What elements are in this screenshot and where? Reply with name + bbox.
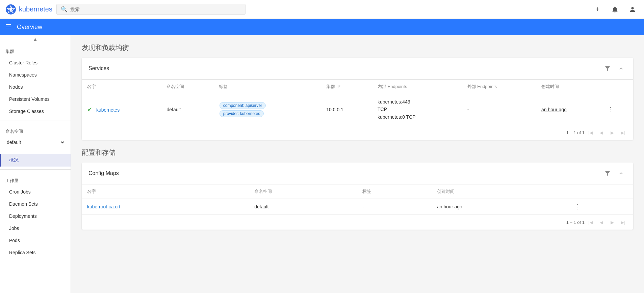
- topbar: kubernetes 🔍 +: [0, 0, 644, 19]
- configmaps-page-info: 1 – 1 of 1: [566, 220, 585, 225]
- config-section-title: 配置和存储: [82, 148, 633, 157]
- namespace-select[interactable]: default kube-system kube-public: [5, 139, 65, 145]
- services-card: Services 名字 命名空间 标签 集群 IP: [82, 58, 633, 140]
- service-name-link[interactable]: kubernetes: [96, 107, 120, 113]
- configmaps-pagination: 1 – 1 of 1 |◀ ◀ ▶ ▶|: [82, 214, 633, 230]
- sidebar-item-daemon-sets[interactable]: Daemon Sets: [0, 198, 71, 210]
- services-table: 名字 命名空间 标签 集群 IP 内部 Endpoints 外部 Endpoin…: [82, 80, 633, 125]
- tag-1: component: apiserver: [220, 102, 266, 109]
- services-card-actions: [602, 63, 626, 74]
- service-internal-endpoints: kubernetes:443TCPkubernetes:0 TCP: [372, 94, 462, 125]
- table-row: ✔ kubernetes default component: apiserve…: [82, 94, 633, 125]
- sidebar: ▲ 集群 Cluster Roles Namespaces Nodes Pers…: [0, 35, 71, 293]
- sidebar-item-pods[interactable]: Pods: [0, 234, 71, 246]
- service-external-endpoints: -: [462, 94, 536, 125]
- tag-2: provider: kubernetes: [220, 110, 264, 117]
- service-created: an hour ago: [536, 94, 602, 125]
- cm-col-actions: [569, 184, 633, 199]
- discovery-section-title: 发现和负载均衡: [82, 43, 633, 52]
- cm-col-labels: 标签: [357, 184, 432, 199]
- cm-col-namespace: 命名空间: [249, 184, 357, 199]
- configmaps-collapse-button[interactable]: [616, 168, 626, 179]
- services-pagination: 1 – 1 of 1 |◀ ◀ ▶ ▶|: [82, 125, 633, 140]
- cm-col-name: 名字: [82, 184, 249, 199]
- sidebar-item-nodes[interactable]: Nodes: [0, 81, 71, 93]
- configmaps-table: 名字 命名空间 标签 创建时间 kube-root-ca.crt default…: [82, 184, 633, 214]
- services-card-header: Services: [82, 58, 633, 80]
- namespace-section-title: 命名空间: [0, 123, 71, 137]
- overview-bar: ☰ Overview: [0, 19, 644, 35]
- sidebar-divider-2: [0, 151, 71, 151]
- col-namespace: 命名空间: [161, 80, 213, 94]
- notifications-button[interactable]: [609, 3, 621, 16]
- cm-menu[interactable]: ⋮: [569, 199, 633, 215]
- sidebar-item-persistent-volumes[interactable]: Persistent Volumes: [0, 93, 71, 105]
- configmaps-card: Config Maps 名字 命名空间 标签 创建时间: [82, 163, 633, 230]
- add-button[interactable]: +: [591, 3, 603, 16]
- cm-namespace: default: [249, 199, 357, 215]
- overview-title: Overview: [17, 24, 42, 31]
- configmaps-prev-page-button: ◀: [597, 217, 606, 227]
- configmaps-next-page-button: ▶: [608, 217, 617, 227]
- service-tags: component: apiserver provider: kubernete…: [213, 94, 321, 125]
- col-internal-endpoints: 内部 Endpoints: [372, 80, 462, 94]
- sidebar-item-namespaces[interactable]: Namespaces: [0, 69, 71, 81]
- configmaps-table-header-row: 名字 命名空间 标签 创建时间: [82, 184, 633, 199]
- services-prev-page-button: ◀: [597, 128, 606, 137]
- sidebar-divider-1: [0, 120, 71, 120]
- services-collapse-button[interactable]: [616, 63, 626, 74]
- col-labels: 标签: [213, 80, 321, 94]
- sidebar-item-cluster-roles[interactable]: Cluster Roles: [0, 57, 71, 69]
- sidebar-item-deployments[interactable]: Deployments: [0, 210, 71, 222]
- sidebar-item-jobs[interactable]: Jobs: [0, 222, 71, 234]
- service-created-time: an hour ago: [541, 107, 567, 112]
- sidebar-item-replica-sets[interactable]: Replica Sets: [0, 246, 71, 259]
- search-icon: 🔍: [61, 6, 68, 12]
- workload-section-title: 工作量: [0, 172, 71, 186]
- sidebar-item-storage-classes[interactable]: Storage Classes: [0, 105, 71, 117]
- configmaps-card-actions: [602, 168, 626, 179]
- sidebar-item-overview[interactable]: 概况: [0, 154, 71, 167]
- configmaps-card-title: Config Maps: [88, 170, 602, 176]
- logo: kubernetes: [5, 4, 52, 15]
- configmaps-filter-button[interactable]: [602, 168, 613, 179]
- table-row: kube-root-ca.crt default - an hour ago ⋮: [82, 199, 633, 215]
- configmaps-last-page-button: ▶|: [618, 217, 628, 227]
- cm-tags: -: [357, 199, 432, 215]
- search-bar[interactable]: 🔍: [56, 4, 246, 15]
- namespace-selector[interactable]: default kube-system kube-public: [0, 137, 71, 148]
- topbar-actions: +: [591, 3, 639, 16]
- configmaps-first-page-button: |◀: [586, 217, 595, 227]
- col-external-endpoints: 外部 Endpoints: [462, 80, 536, 94]
- svg-point-2: [9, 8, 12, 11]
- service-cluster-ip: 10.0.0.1: [321, 94, 372, 125]
- cm-created-time: an hour ago: [437, 204, 462, 209]
- cm-created: an hour ago: [432, 199, 569, 215]
- configmaps-card-header: Config Maps: [82, 163, 633, 184]
- user-button[interactable]: [626, 3, 639, 16]
- services-next-page-button: ▶: [608, 128, 617, 137]
- services-table-header-row: 名字 命名空间 标签 集群 IP 内部 Endpoints 外部 Endpoin…: [82, 80, 633, 94]
- search-input[interactable]: [70, 7, 241, 12]
- layout: ▲ 集群 Cluster Roles Namespaces Nodes Pers…: [0, 35, 644, 293]
- sidebar-divider-3: [0, 169, 71, 170]
- cluster-section-title: 集群: [0, 43, 71, 57]
- service-namespace: default: [161, 94, 213, 125]
- status-ok-icon: ✔: [87, 106, 92, 113]
- sidebar-scroll-up[interactable]: ▲: [0, 35, 71, 43]
- cm-col-created: 创建时间: [432, 184, 569, 199]
- services-first-page-button: |◀: [586, 128, 595, 137]
- col-created: 创建时间: [536, 80, 602, 94]
- services-filter-button[interactable]: [602, 63, 613, 74]
- cm-name: kube-root-ca.crt: [82, 199, 249, 215]
- col-cluster-ip: 集群 IP: [321, 80, 372, 94]
- main-content: 发现和负载均衡 Services 名字 命名空间: [71, 35, 644, 293]
- cm-name-link[interactable]: kube-root-ca.crt: [87, 204, 120, 209]
- hamburger-icon[interactable]: ☰: [5, 23, 11, 31]
- service-status-name: ✔ kubernetes: [82, 94, 161, 125]
- k8s-logo-icon: [5, 4, 16, 15]
- col-name: 名字: [82, 80, 161, 94]
- sidebar-item-cron-jobs[interactable]: Cron Jobs: [0, 186, 71, 198]
- services-card-title: Services: [88, 65, 602, 71]
- service-menu[interactable]: ⋮: [602, 94, 633, 125]
